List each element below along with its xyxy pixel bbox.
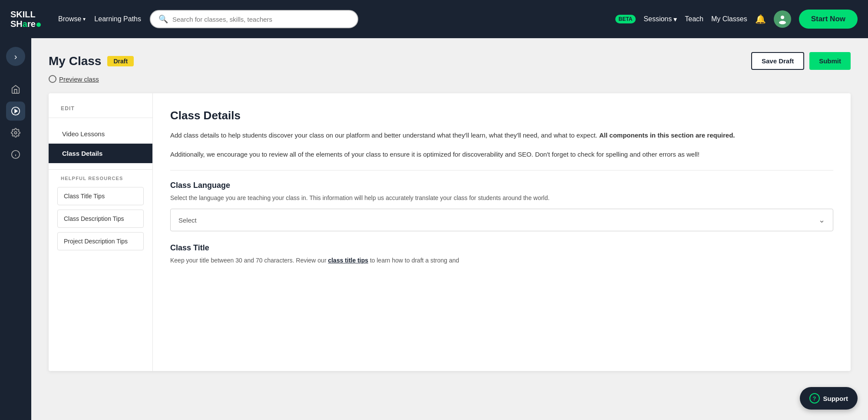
draft-badge: Draft	[107, 56, 134, 66]
class-details-desc2: Additionally, we encourage you to review…	[170, 149, 833, 160]
svg-point-1	[779, 21, 786, 24]
two-column-layout: EDIT Video Lessons Class Details HELPFUL…	[49, 93, 851, 371]
submit-button[interactable]: Submit	[809, 52, 851, 70]
beta-badge: BETA	[615, 15, 636, 23]
class-details-desc: Add class details to help students disco…	[170, 130, 833, 141]
svg-point-0	[781, 16, 784, 19]
svg-point-4	[14, 131, 17, 134]
page-title: My Class	[49, 54, 101, 68]
section-divider	[170, 170, 833, 171]
header-buttons: Save Draft Submit	[751, 52, 851, 70]
class-language-desc: Select the language you are teaching you…	[170, 194, 833, 203]
class-title-field-desc: Keep your title between 30 and 70 charac…	[170, 256, 833, 265]
class-description-tips-item[interactable]: Class Description Tips	[57, 210, 144, 228]
avatar[interactable]	[774, 10, 791, 28]
save-draft-button[interactable]: Save Draft	[751, 52, 804, 70]
top-navigation: SKILLSHare Browse ▾ Learning Paths 🔍 BET…	[0, 0, 868, 38]
nav-right: BETA Sessions ▾ Teach My Classes 🔔 Start…	[615, 10, 858, 29]
project-description-tips-item[interactable]: Project Description Tips	[57, 232, 144, 250]
sidebar-icons: ›	[0, 38, 31, 420]
class-title-tips-link[interactable]: class title tips	[328, 257, 368, 264]
video-lessons-nav-item[interactable]: Video Lessons	[49, 124, 152, 144]
page-wrapper: › My Class Draft Save Draft Submit	[0, 38, 868, 420]
edit-section-label: EDIT	[49, 105, 152, 112]
svg-marker-3	[15, 109, 17, 112]
class-title-field-label: Class Title	[170, 243, 833, 253]
support-question-icon: ?	[809, 393, 820, 404]
preview-link[interactable]: Preview class	[49, 75, 851, 83]
divider2	[49, 169, 152, 170]
browse-nav[interactable]: Browse ▾	[58, 15, 86, 23]
sidebar-home-icon[interactable]	[6, 80, 25, 99]
logo-text: SKILLSHare	[10, 10, 41, 29]
logo[interactable]: SKILLSHare	[10, 10, 50, 29]
preview-circle-icon	[49, 75, 56, 83]
helpful-resources-label: HELPFUL RESOURCES	[49, 176, 152, 181]
left-panel: EDIT Video Lessons Class Details HELPFUL…	[49, 93, 153, 371]
sidebar-gear-icon[interactable]	[6, 123, 25, 142]
teach-link[interactable]: Teach	[685, 15, 703, 23]
support-button[interactable]: ? Support	[800, 387, 858, 410]
class-details-title: Class Details	[170, 109, 833, 122]
learning-paths-nav[interactable]: Learning Paths	[94, 15, 141, 23]
search-input[interactable]	[172, 16, 350, 23]
search-icon: 🔍	[158, 14, 168, 24]
page-header: My Class Draft Save Draft Submit	[49, 52, 851, 70]
search-bar[interactable]: 🔍	[150, 10, 358, 28]
sidebar-expand-icon[interactable]: ›	[6, 47, 25, 66]
class-details-nav-item[interactable]: Class Details	[49, 144, 152, 163]
start-now-button[interactable]: Start Now	[799, 10, 858, 29]
select-chevron-icon: ⌄	[818, 215, 825, 225]
sidebar-info-icon[interactable]	[6, 145, 25, 164]
class-language-label: Class Language	[170, 181, 833, 190]
class-language-select[interactable]: Select ⌄	[170, 209, 833, 231]
class-title-tips-item[interactable]: Class Title Tips	[57, 187, 144, 205]
sessions-chevron-icon: ▾	[673, 15, 677, 23]
bell-icon[interactable]: 🔔	[755, 14, 766, 24]
divider	[49, 118, 152, 118]
page-title-wrap: My Class Draft	[49, 54, 134, 68]
sidebar-play-icon[interactable]	[6, 102, 25, 121]
sessions-nav[interactable]: Sessions ▾	[644, 15, 677, 23]
browse-chevron-icon: ▾	[83, 16, 86, 22]
content-area: My Class Draft Save Draft Submit Preview…	[31, 38, 868, 420]
right-panel: Class Details Add class details to help …	[153, 93, 851, 371]
my-classes-link[interactable]: My Classes	[711, 15, 747, 23]
